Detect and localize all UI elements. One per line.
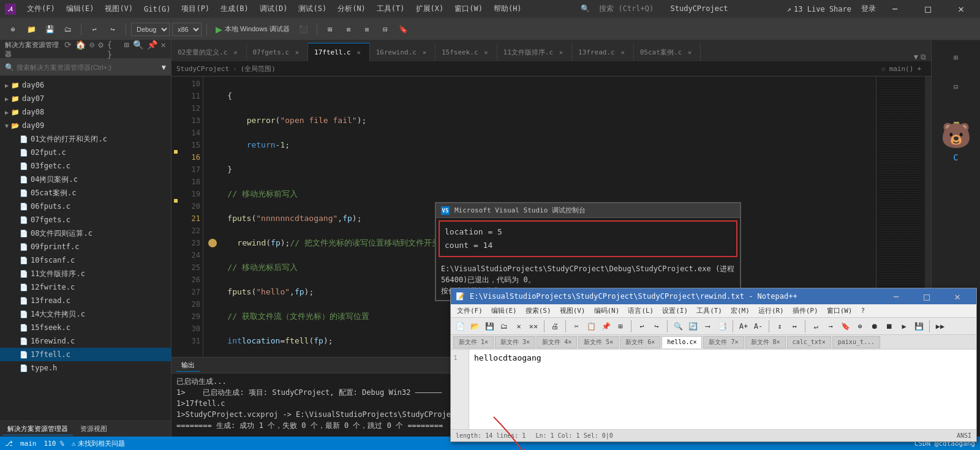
npp-tool-findnext[interactable]: ⟶ [701,320,714,333]
tab-close-btn[interactable]: ✕ [482,48,491,57]
menu-window[interactable]: 窗口(W) [450,2,488,15]
sidebar-item-file-01[interactable]: 📄 01文件的打开和关闭.c [0,132,171,146]
npp-tab-5[interactable]: 新文件 5× [578,336,619,348]
npp-tool-replace[interactable]: 🔄 [686,320,699,333]
npp-tool-findinfiles[interactable]: 📑 [715,320,729,333]
sidebar-item-file-04[interactable]: 📄 04拷贝案例.c [0,173,171,186]
toolbar-btn-misc4[interactable]: ⊟ [377,21,393,37]
npp-menu-settings[interactable]: 设置(I) [658,305,692,317]
debug-mode-select[interactable]: Debug [131,23,170,36]
run-button[interactable]: ▶ 本地 Windows 调试器 [212,23,293,36]
tab-close-btn[interactable]: ✕ [557,48,565,57]
platform-select[interactable]: x86 [172,23,202,36]
npp-tool-macro-stop[interactable]: ⏹ [883,320,896,333]
live-share-button[interactable]: ↗ 13 Live Share [782,4,856,15]
sidebar-tab-solution[interactable]: 解决方案资源管理器 [2,423,73,435]
tab-close-btn[interactable]: ✕ [293,48,301,57]
npp-tool-closeall[interactable]: ✕✕ [527,320,540,333]
tab-13fread[interactable]: 13fread.c ✕ [572,43,634,61]
toolbar-btn-undo[interactable]: ↩ [86,21,102,37]
tab-07fgets[interactable]: 07fgets.c ✕ [247,43,309,61]
npp-tool-macro-play[interactable]: ▶ [897,320,911,333]
sidebar-item-file-14[interactable]: 📄 14大文件拷贝.c [0,307,171,321]
sidebar-icon-collapse[interactable]: ⊖ [89,40,94,59]
npp-tool-redo[interactable]: ↪ [650,320,663,333]
sidebar-item-file-03[interactable]: 📄 03fgetc.c [0,159,171,173]
sidebar-item-file-07[interactable]: 📄 07fgets.c [0,213,171,227]
menu-help[interactable]: 帮助(H) [489,2,527,15]
tab-close-btn[interactable]: ✕ [232,48,240,57]
menu-tools[interactable]: 工具(T) [372,2,410,15]
tab-close-btn[interactable]: ✕ [420,48,429,57]
npp-close-btn[interactable]: ✕ [943,287,971,306]
signin-label[interactable]: 登录 [861,4,876,14]
sidebar-item-file-15[interactable]: 📄 15fseek.c [0,321,171,334]
tab-16rewind[interactable]: 16rewind.c ✕ [370,43,435,61]
npp-menu-edit[interactable]: 编辑(E) [488,305,521,317]
npp-tab-3[interactable]: 新文件 3× [495,336,535,348]
status-branch[interactable]: main [20,440,37,448]
npp-tool-open[interactable]: 📂 [468,320,481,333]
npp-tool-saveall[interactable]: 🗂 [497,320,511,333]
sidebar-icon-filter[interactable]: ⊞ [124,40,129,59]
npp-menu-file[interactable]: 文件(F) [453,305,486,317]
sidebar-item-day06[interactable]: ▶ 📁 day06 [0,78,171,92]
output-tab[interactable]: 输出 [176,359,200,372]
sidebar-item-file-type[interactable]: 📄 type.h [0,361,171,375]
right-panel-btn-1[interactable]: ⊞ [944,45,968,70]
npp-tool-wrap[interactable]: ↵ [809,320,823,333]
npp-tab-calc[interactable]: calc_txt× [787,336,831,348]
minimize-button[interactable]: − [881,0,909,18]
npp-menu-window[interactable]: 窗口(W) [823,305,856,317]
sidebar-icon-sync[interactable]: ⟳ [64,40,72,59]
tab-15fseek[interactable]: 15fseek.c ✕ [435,43,497,61]
search-expand-icon[interactable]: ▼ [162,63,166,72]
npp-tool-cut[interactable]: ✂ [570,320,583,333]
npp-tool-zoom-out[interactable]: A- [752,320,765,333]
npp-tab-paixu[interactable]: paixu_t... [832,336,880,348]
npp-tool-close[interactable]: ✕ [512,320,526,333]
sidebar-close[interactable]: ✕ [161,40,166,59]
sidebar-item-file-09[interactable]: 📄 09fprintf.c [0,240,171,253]
breadcrumb-func[interactable]: main() [889,65,914,73]
npp-code-content[interactable]: hellocdtaogang [469,350,976,429]
npp-minimize-btn[interactable]: − [882,287,910,306]
npp-tool-run[interactable]: ▶▶ [933,320,947,333]
npp-tool-bookmark[interactable]: 🔖 [839,320,852,333]
tab-split-icon[interactable]: ⧉ [921,53,926,61]
npp-menu-search[interactable]: 搜索(S) [522,305,555,317]
sidebar-item-file-17[interactable]: 📄 17ftell.c [0,348,171,361]
menu-view[interactable]: 视图(V) [100,2,138,15]
toolbar-btn-misc1[interactable]: ⊞ [322,21,338,37]
sidebar-item-day07[interactable]: ▶ 📁 day07 [0,92,171,105]
toolbar-btn-misc3[interactable]: ≡ [359,21,375,37]
sidebar-tab-resource[interactable]: 资源视图 [75,423,112,435]
npp-tool-breakpoint[interactable]: ⊕ [853,320,867,333]
menu-file[interactable]: 文件(F) [22,2,60,15]
tab-11file-sort[interactable]: 11文件版排序.c ✕ [497,43,573,61]
toolbar-btn-save[interactable]: 💾 [42,21,58,37]
sidebar-search[interactable]: 🔍 ▼ [0,59,171,76]
toolbar-btn-redo[interactable]: ↪ [105,21,121,37]
sidebar-item-day09[interactable]: ▼ 📂 day09 [0,119,171,132]
npp-tool-indent[interactable]: → [824,320,837,333]
npp-tab-6[interactable]: 新文件 6× [620,336,660,348]
npp-tool-print[interactable]: 🖨 [548,320,562,333]
toolbar-btn-misc2[interactable]: ≡ [341,21,356,37]
npp-tab-hello[interactable]: hello.c× [662,336,702,348]
npp-menu-plugins[interactable]: 插件(P) [789,305,822,317]
npp-tool-paste[interactable]: 📌 [599,320,612,333]
tab-close-btn[interactable]: ✕ [685,48,694,57]
npp-tool-selectall[interactable]: ⊞ [614,320,627,333]
sidebar-icon-settings[interactable]: ⚙ [98,40,103,59]
npp-tab-7[interactable]: 新文件 7× [703,336,744,348]
sidebar-item-file-08[interactable]: 📄 08文件四则运算.c [0,227,171,240]
npp-menu-help[interactable]: ? [858,306,869,316]
menu-extend[interactable]: 扩展(X) [411,2,449,15]
search-input[interactable] [17,64,159,71]
npp-tool-find[interactable]: 🔍 [671,320,685,333]
npp-tool-undo[interactable]: ↩ [635,320,649,333]
toolbar-btn-new[interactable]: ⊕ [5,21,21,37]
tab-05cat[interactable]: 05cat案例.c ✕ [634,43,701,61]
sidebar-item-file-05[interactable]: 📄 05cat案例.c [0,186,171,200]
